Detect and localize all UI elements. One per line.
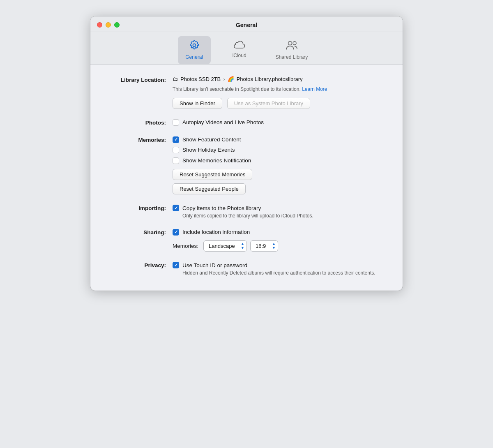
minimize-button[interactable] (106, 22, 111, 28)
featured-content-label: Show Featured Content (182, 136, 241, 143)
ratio-select-wrapper: 16:9 4:3 1:1 9:16 ▲ ▼ (250, 240, 278, 252)
library-path: 🗂 Photos SSD 2TB › 🌈 Photos Library.phot… (173, 76, 386, 82)
holiday-events-row: Show Holiday Events (173, 146, 386, 154)
location-info-row: Include location information (173, 229, 386, 236)
touchid-label: Use Touch ID or password (182, 262, 247, 268)
library-buttons: Show in Finder Use as System Photo Libra… (173, 98, 386, 109)
location-info-checkbox[interactable] (173, 229, 179, 236)
photos-content: Autoplay Videos and Live Photos (173, 119, 386, 126)
drive-name: Photos SSD 2TB (180, 76, 221, 82)
copy-items-row: Copy items to the Photos library Only it… (173, 204, 386, 219)
svg-point-1 (293, 42, 296, 45)
copy-items-label: Copy items to the Photos library (182, 205, 261, 211)
featured-content-row: Show Featured Content (173, 136, 386, 143)
importing-label: Importing: (107, 204, 173, 211)
reset-suggested-memories-button[interactable]: Reset Suggested Memories (173, 169, 252, 180)
memories-section: Memories: Show Featured Content Show Hol… (107, 136, 386, 195)
sharing-content: Include location information Memories: L… (173, 229, 386, 252)
show-in-finder-button[interactable]: Show in Finder (173, 98, 222, 109)
traffic-lights (97, 22, 120, 28)
memories-dropdowns-row: Memories: Landscape Portrait Square ▲ ▼ (173, 240, 386, 252)
importing-section: Importing: Copy items to the Photos libr… (107, 204, 386, 219)
settings-content: Library Location: 🗂 Photos SSD 2TB › 🌈 P… (90, 65, 403, 291)
tab-general-label: General (185, 54, 203, 60)
library-sub-text: This Library isn't searchable in Spotlig… (173, 85, 386, 93)
photos-icon: 🌈 (228, 76, 234, 82)
photos-section: Photos: Autoplay Videos and Live Photos (107, 119, 386, 126)
tab-shared-library[interactable]: Shared Library (268, 36, 316, 64)
title-bar: General (90, 16, 403, 32)
photos-label: Photos: (107, 119, 173, 126)
learn-more-link[interactable]: Learn More (302, 86, 327, 92)
drive-icon: 🗂 (173, 76, 178, 82)
library-location-section: Library Location: 🗂 Photos SSD 2TB › 🌈 P… (107, 76, 386, 109)
orientation-select[interactable]: Landscape Portrait Square (203, 240, 247, 252)
library-location-content: 🗂 Photos SSD 2TB › 🌈 Photos Library.phot… (173, 76, 386, 109)
sharing-memories-label: Memories: (173, 243, 198, 249)
importing-content: Copy items to the Photos library Only it… (173, 204, 386, 219)
settings-window: General General iCloud (90, 16, 403, 291)
library-location-label: Library Location: (107, 76, 173, 83)
touchid-checkbox[interactable] (173, 262, 179, 268)
people-icon (285, 39, 299, 53)
svg-point-0 (288, 42, 292, 45)
privacy-section: Privacy: Use Touch ID or password Hidden… (107, 261, 386, 276)
autoplay-checkbox[interactable] (173, 119, 179, 126)
memories-notification-checkbox[interactable] (173, 157, 179, 164)
location-info-label: Include location information (182, 229, 250, 236)
tab-icloud-label: iCloud (233, 53, 246, 58)
cloud-icon (233, 39, 246, 51)
privacy-content: Use Touch ID or password Hidden and Rece… (173, 261, 386, 276)
window-title: General (236, 22, 257, 28)
autoplay-row: Autoplay Videos and Live Photos (173, 119, 386, 126)
touchid-sublabel: Hidden and Recently Deleted albums will … (182, 270, 376, 276)
holiday-events-label: Show Holiday Events (182, 146, 235, 154)
sharing-label: Sharing: (107, 229, 173, 236)
holiday-events-checkbox[interactable] (173, 147, 179, 153)
tab-general[interactable]: General (178, 36, 211, 64)
memories-label: Memories: (107, 136, 173, 143)
copy-items-checkbox[interactable] (173, 205, 179, 211)
privacy-label: Privacy: (107, 261, 173, 268)
gear-icon (189, 39, 200, 53)
featured-content-checkbox[interactable] (173, 136, 179, 143)
toolbar: General iCloud Shared Library (90, 32, 403, 65)
path-separator: › (223, 76, 225, 82)
autoplay-label: Autoplay Videos and Live Photos (182, 119, 264, 126)
memories-content: Show Featured Content Show Holiday Event… (173, 136, 386, 195)
copy-items-sublabel: Only items copied to the library will up… (182, 213, 313, 219)
orientation-select-wrapper: Landscape Portrait Square ▲ ▼ (203, 240, 247, 252)
library-name: Photos Library.photoslibrary (237, 76, 303, 82)
sharing-section: Sharing: Include location information Me… (107, 229, 386, 252)
close-button[interactable] (97, 22, 102, 28)
maximize-button[interactable] (114, 22, 120, 28)
touchid-row: Use Touch ID or password Hidden and Rece… (173, 261, 386, 276)
tab-shared-library-label: Shared Library (276, 54, 308, 60)
ratio-select[interactable]: 16:9 4:3 1:1 9:16 (250, 240, 278, 252)
memories-notification-label: Show Memories Notification (182, 157, 251, 164)
memories-notification-row: Show Memories Notification (173, 157, 386, 164)
use-as-system-photo-button[interactable]: Use as System Photo Library (227, 98, 310, 109)
reset-suggested-people-button[interactable]: Reset Suggested People (173, 183, 246, 194)
tab-icloud[interactable]: iCloud (223, 36, 256, 64)
